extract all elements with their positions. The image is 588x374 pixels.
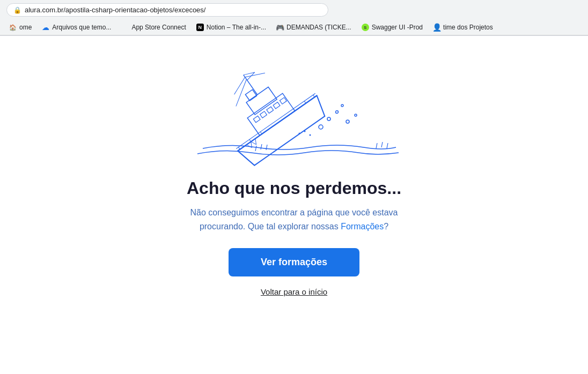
bookmark-appstore[interactable]: App Store Connect [116,21,190,33]
svg-point-36 [310,134,311,136]
svg-line-29 [261,144,262,149]
voltar-inicio-button[interactable]: Voltar para o início [261,287,327,296]
bookmark-appstore-label: App Store Connect [131,24,186,31]
svg-line-27 [313,95,315,97]
bookmark-home[interactable]: 🏠 ome [4,21,36,33]
svg-line-32 [381,142,383,147]
svg-point-4 [346,120,349,123]
svg-point-34 [299,133,300,134]
lock-icon: 🔒 [13,6,21,14]
svg-point-35 [304,131,306,132]
apple-icon [121,23,129,32]
error-description-text2: ? [384,222,388,231]
bookmark-demandas-label: DEMANDAS (TICKE... [286,24,351,31]
bookmark-time-label: time dos Projetos [443,24,493,31]
svg-line-22 [238,147,240,149]
svg-line-24 [260,132,262,134]
game-icon: 🎮 [276,23,284,32]
notion-icon: N [196,23,204,32]
svg-point-2 [336,111,339,114]
home-icon: 🏠 [9,23,17,32]
bookmark-demandas[interactable]: 🎮 DEMANDAS (TICKE... [271,21,356,33]
browser-chrome: 🔒 alura.com.br/apostila-csharp-orientaca… [0,0,588,36]
swagger-icon: S [361,23,370,32]
page-content: Acho que nos perdemos... Não conseguimos… [0,36,588,374]
bookmark-arquivos[interactable]: ☁ Arquivos que temo... [37,21,115,33]
bookmarks-bar: 🏠 ome ☁ Arquivos que temo... App Store C… [0,20,588,35]
svg-line-26 [304,101,306,103]
svg-rect-13 [280,98,286,104]
bookmark-swagger-label: Swagger UI -Prod [372,24,423,31]
svg-line-30 [266,145,267,150]
bookmark-swagger[interactable]: S Swagger UI -Prod [357,21,427,33]
svg-line-21 [236,93,315,148]
svg-rect-11 [267,107,274,113]
url-text: alura.com.br/apostila-csharp-orientacao-… [25,6,205,14]
svg-rect-9 [253,116,260,122]
svg-rect-10 [260,111,267,118]
bookmark-notion[interactable]: N Notion – The all-in-... [192,21,270,33]
svg-line-28 [255,146,256,151]
svg-line-31 [376,143,377,148]
formacoes-link[interactable]: Formações [341,222,384,231]
ver-formacoes-button[interactable]: Ver formações [229,248,359,276]
sinking-ship-illustration [187,52,401,170]
svg-point-0 [319,125,323,129]
svg-point-5 [355,114,357,116]
bookmark-home-label: ome [19,24,32,31]
address-bar-row: 🔒 alura.com.br/apostila-csharp-orientaca… [0,0,588,20]
svg-line-33 [387,143,388,148]
svg-line-14 [244,75,258,95]
address-bar[interactable]: 🔒 alura.com.br/apostila-csharp-orientaca… [6,3,328,17]
bookmark-arquivos-label: Arquivos que temo... [52,24,111,31]
svg-point-1 [327,117,330,121]
user-icon: 👤 [432,23,441,32]
svg-rect-12 [273,102,280,109]
svg-line-23 [249,139,251,141]
error-description: Não conseguimos encontrar a página que v… [190,206,398,233]
cloud-icon: ☁ [41,23,50,32]
bookmark-notion-label: Notion – The all-in-... [207,24,266,31]
svg-point-3 [341,104,343,107]
error-title: Acho que nos perdemos... [187,178,401,198]
svg-line-25 [293,109,295,111]
svg-line-19 [246,72,256,80]
bookmark-time[interactable]: 👤 time dos Projetos [428,21,497,33]
